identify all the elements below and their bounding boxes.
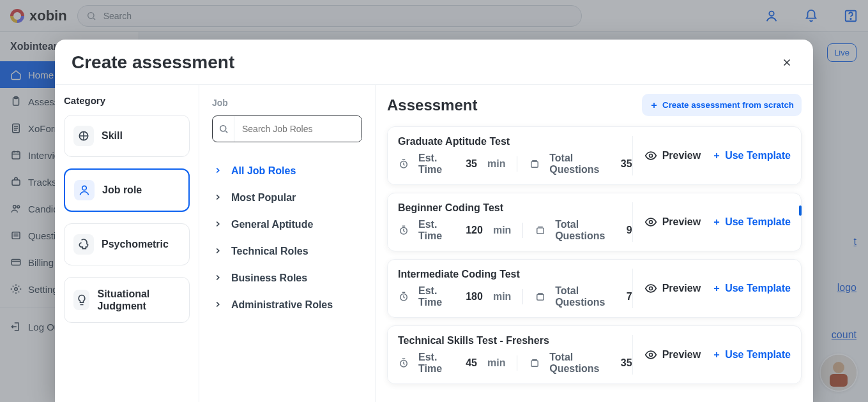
use-template-button[interactable]: Use Template [712,150,791,161]
category-column: Category Skill Job role Psychometric [55,85,199,402]
timer-icon [398,291,409,302]
job-title: Job [212,98,362,108]
preview-button[interactable]: Preview [644,149,701,162]
timer-icon [398,225,409,236]
assessment-column: Assessment Create assessment from scratc… [376,85,813,402]
assessment-name: Beginner Coding Test [398,202,632,214]
category-label: Psychometric [102,239,169,250]
preview-label: Preview [662,150,701,161]
preview-button[interactable]: Preview [644,282,701,295]
chevron-right-icon [213,300,224,310]
head-icon [73,234,94,255]
total-questions-value: 7 [627,291,632,302]
assessment-header: Assessment Create assessment from scratc… [387,94,802,116]
category-label: Situational Judgment [97,288,180,312]
job-role-label: Technical Roles [231,246,308,257]
job-role-item[interactable]: All Job Roles [212,160,362,182]
svg-point-22 [649,154,652,158]
search-icon [213,116,234,142]
scrollbar-thumb[interactable] [799,205,802,216]
assessment-name: Graduate Aptitude Test [398,136,632,147]
est-time-label: Est. Time [418,285,453,308]
use-template-label: Use Template [725,349,791,361]
assessment-card: Technical Skills Test - Freshers Est. Ti… [387,325,802,384]
svg-point-25 [649,221,652,224]
total-questions-label: Total Questions [555,285,614,308]
preview-label: Preview [662,283,701,294]
use-template-label: Use Template [725,216,791,228]
total-questions-value: 9 [627,225,632,236]
chevron-right-icon [213,166,224,176]
total-questions-label: Total Questions [549,153,608,175]
est-time-label: Est. Time [418,219,453,242]
modal-body: Category Skill Job role Psychometric [55,84,813,402]
assessment-name: Intermediate Coding Test [398,269,632,280]
assessment-meta: Est. Time 35 min Total Questions 35 [398,153,632,175]
modal-title: Create assessment [72,52,234,73]
plus-icon [650,101,659,110]
job-role-label: Business Roles [231,272,307,284]
create-assessment-modal: Create assessment Category Skill Job rol… [55,40,813,402]
eye-icon [644,216,657,228]
job-column: Job All Job Roles Most Popular General A… [199,85,376,402]
svg-rect-30 [531,361,538,366]
est-time-label: Est. Time [418,352,453,375]
svg-point-18 [82,186,87,190]
total-questions-label: Total Questions [555,219,614,242]
job-search [212,115,362,142]
category-situational[interactable]: Situational Judgment [64,277,190,323]
assessment-card: Intermediate Coding Test Est. Time 180 m… [387,259,802,318]
job-role-label: General Aptitude [231,219,313,230]
svg-point-19 [220,126,225,131]
est-time-label: Est. Time [418,153,453,175]
est-time-value: 120 [466,225,483,236]
job-role-item[interactable]: Technical Roles [212,241,362,262]
plus-icon [712,151,721,160]
stack-icon [529,357,540,369]
svg-rect-21 [531,161,538,167]
job-role-item[interactable]: Most Popular [212,187,362,209]
est-time-value: 180 [466,291,483,302]
use-template-button[interactable]: Use Template [712,216,791,228]
chevron-right-icon [213,193,224,203]
category-skill[interactable]: Skill [64,115,190,157]
meta-separator [517,156,517,172]
svg-point-31 [649,354,652,357]
time-unit: min [493,291,511,302]
job-role-item[interactable]: Administrative Roles [212,294,362,316]
create-from-scratch-button[interactable]: Create assessment from scratch [642,94,802,116]
assessment-card: Beginner Coding Test Est. Time 120 min T… [387,193,802,251]
chevron-right-icon [213,246,224,257]
chevron-right-icon [213,273,224,283]
close-button[interactable] [777,56,796,69]
plus-icon [712,350,721,359]
svg-point-28 [649,287,652,290]
use-template-button[interactable]: Use Template [712,283,791,294]
preview-label: Preview [662,349,701,361]
preview-button[interactable]: Preview [644,348,701,361]
assessment-card: Graduate Aptitude Test Est. Time 35 min … [387,126,802,185]
category-psychometric[interactable]: Psychometric [64,223,190,265]
plus-icon [712,284,721,293]
assessment-title: Assessment [387,96,477,114]
stack-icon [535,225,546,236]
assessment-meta: Est. Time 120 min Total Questions 9 [398,219,632,242]
category-label: Job role [102,184,142,196]
category-label: Skill [102,130,123,142]
chevron-right-icon [213,220,224,230]
close-icon [781,57,793,68]
timer-icon [398,158,409,170]
preview-label: Preview [662,216,701,228]
job-role-item[interactable]: General Aptitude [212,214,362,235]
est-time-value: 35 [466,158,477,170]
category-job-role[interactable]: Job role [64,168,190,212]
time-unit: min [493,225,511,236]
use-template-button[interactable]: Use Template [712,349,791,361]
job-role-list: All Job Roles Most Popular General Aptit… [212,160,362,316]
job-search-input[interactable] [234,116,362,142]
stack-icon [535,291,546,302]
eye-icon [644,348,657,361]
job-role-item[interactable]: Business Roles [212,267,362,289]
preview-button[interactable]: Preview [644,216,701,228]
create-label: Create assessment from scratch [662,100,794,110]
